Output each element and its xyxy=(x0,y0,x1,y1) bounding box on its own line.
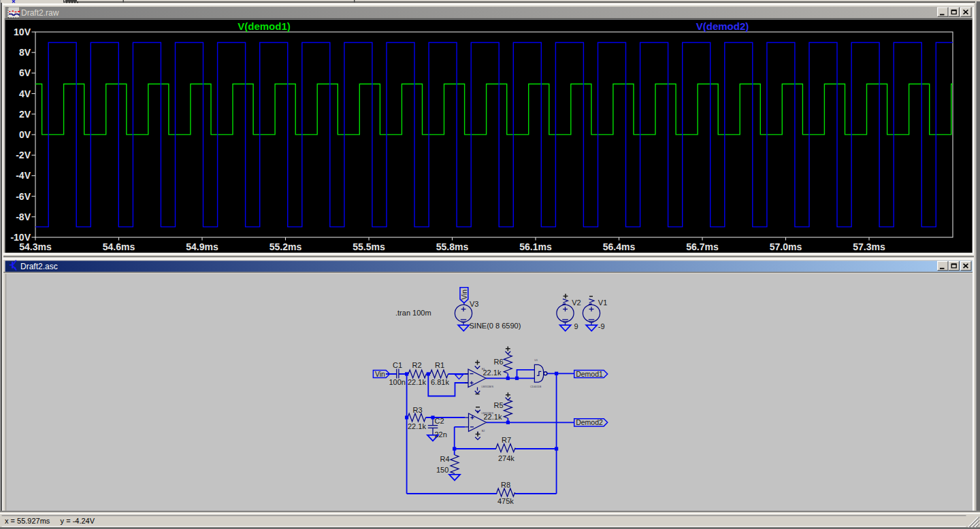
svg-text:V3: V3 xyxy=(470,300,478,308)
svg-text:274k: 274k xyxy=(498,454,514,462)
svg-text:V2: V2 xyxy=(572,298,581,307)
svg-text:57.0ms: 57.0ms xyxy=(770,241,802,252)
svg-text:55.8ms: 55.8ms xyxy=(436,241,469,252)
svg-text:Vin: Vin xyxy=(375,370,385,378)
svg-text:-2V: -2V xyxy=(16,150,31,160)
svg-text:V(demod2): V(demod2) xyxy=(696,20,749,32)
svg-text:x = 55.927ms y = -4.24V: x = 55.927ms y = -4.24V xyxy=(5,517,95,525)
svg-text:R1: R1 xyxy=(435,361,444,369)
svg-text:R4: R4 xyxy=(440,455,450,463)
svg-text:R3: R3 xyxy=(413,406,423,414)
svg-text:R8: R8 xyxy=(501,481,510,489)
svg-text:55.5ms: 55.5ms xyxy=(353,241,385,252)
svg-text:CD4011B: CD4011B xyxy=(530,386,542,388)
svg-text:54.6ms: 54.6ms xyxy=(103,241,135,252)
svg-text:B1: B1 xyxy=(482,368,485,371)
svg-text:56.7ms: 56.7ms xyxy=(686,241,719,252)
svg-text:.tran 100m: .tran 100m xyxy=(395,309,431,317)
svg-text:V1: V1 xyxy=(598,298,607,307)
svg-text:150: 150 xyxy=(436,466,448,474)
svg-text:R5: R5 xyxy=(494,401,504,409)
svg-text:LM311B/S: LM311B/S xyxy=(482,412,494,415)
svg-text:SINE(0 8 6590): SINE(0 8 6590) xyxy=(470,322,521,330)
svg-text:C1: C1 xyxy=(393,361,402,369)
svg-text:-9: -9 xyxy=(598,322,605,330)
svg-text:4V: 4V xyxy=(19,88,31,99)
svg-text:57.3ms: 57.3ms xyxy=(853,241,885,252)
svg-text:54.3ms: 54.3ms xyxy=(19,241,52,252)
svg-text:56.1ms: 56.1ms xyxy=(519,241,552,252)
svg-text:-8V: -8V xyxy=(16,211,31,222)
svg-text:Draft2.raw: Draft2.raw xyxy=(21,8,59,18)
svg-text:2V: 2V xyxy=(19,109,31,120)
svg-text:-4V: -4V xyxy=(16,170,31,181)
svg-text:55.2ms: 55.2ms xyxy=(270,241,302,252)
svg-text:B2: B2 xyxy=(482,430,485,432)
svg-text:10V: 10V xyxy=(14,27,31,37)
svg-text:22n: 22n xyxy=(435,430,447,439)
svg-text:C2: C2 xyxy=(435,417,444,425)
svg-text:22.1k: 22.1k xyxy=(408,378,426,386)
svg-text:Demod2: Demod2 xyxy=(576,418,603,426)
svg-text:22.1k: 22.1k xyxy=(408,422,426,430)
svg-text:100n: 100n xyxy=(389,378,406,386)
svg-text:56.4ms: 56.4ms xyxy=(603,241,636,252)
svg-text:R7: R7 xyxy=(502,436,511,444)
svg-text:-6V: -6V xyxy=(16,191,31,202)
svg-text:6V: 6V xyxy=(19,67,31,78)
svg-text:22.1k: 22.1k xyxy=(483,369,502,377)
svg-text:54.9ms: 54.9ms xyxy=(186,241,218,252)
svg-text:9: 9 xyxy=(574,322,578,330)
svg-text:0V: 0V xyxy=(19,129,31,140)
svg-text:V(demod1): V(demod1) xyxy=(238,20,291,32)
svg-text:R6: R6 xyxy=(494,358,504,366)
svg-text:Draft2.asc: Draft2.asc xyxy=(20,262,58,271)
svg-text:Vin: Vin xyxy=(461,290,469,300)
svg-text:8V: 8V xyxy=(19,47,31,58)
svg-text:6.81k: 6.81k xyxy=(431,378,449,386)
svg-text:Demod1: Demod1 xyxy=(576,370,603,378)
svg-text:475k: 475k xyxy=(497,497,514,505)
svg-text:U1: U1 xyxy=(534,359,538,362)
svg-text:R2: R2 xyxy=(412,361,422,369)
svg-text:LM311B/S: LM311B/S xyxy=(482,386,494,388)
